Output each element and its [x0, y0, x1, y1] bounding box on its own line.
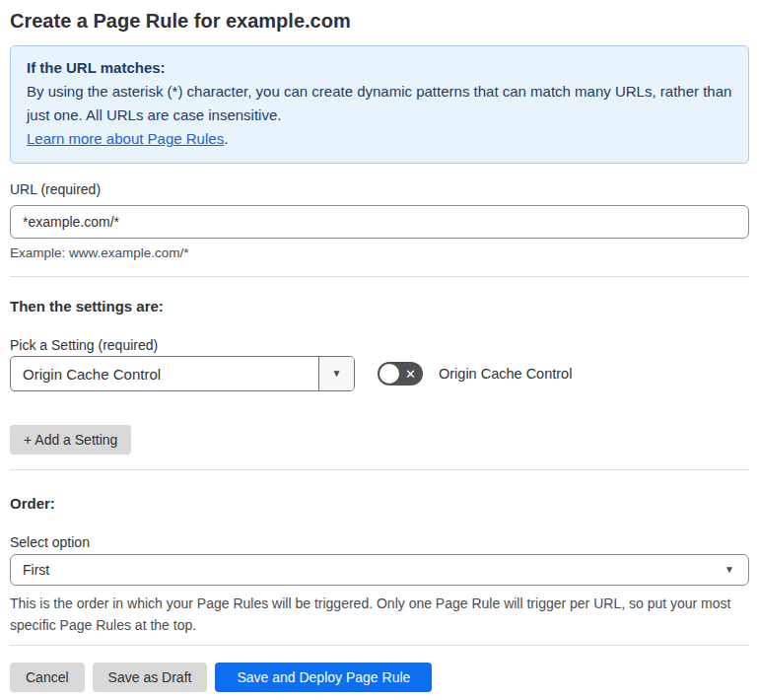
toggle-off-x-icon: ✕ — [405, 362, 416, 385]
url-match-info-box: If the URL matches: By using the asteris… — [10, 45, 749, 164]
learn-more-link-suffix: . — [224, 130, 228, 147]
chevron-down-icon: ▼ — [332, 369, 342, 379]
toggle-knob — [380, 364, 399, 384]
setting-select-arrow-button[interactable]: ▼ — [318, 357, 354, 390]
setting-select[interactable]: Origin Cache Control ▼ — [10, 356, 355, 391]
save-as-draft-button[interactable]: Save as Draft — [93, 663, 208, 692]
info-box-heading: If the URL matches: — [27, 56, 732, 80]
page-title: Create a Page Rule for example.com — [10, 9, 749, 33]
add-setting-button[interactable]: + Add a Setting — [10, 425, 131, 455]
toggle-setting-label: Origin Cache Control — [439, 366, 572, 382]
order-select-value: First — [23, 562, 724, 578]
section-divider — [10, 645, 749, 646]
section-divider — [10, 469, 749, 470]
section-divider — [10, 276, 749, 277]
info-box-body: By using the asterisk (*) character, you… — [27, 80, 732, 151]
url-input[interactable] — [10, 205, 749, 239]
order-select[interactable]: First ▼ — [10, 554, 749, 586]
order-select-label: Select option — [10, 533, 749, 551]
pick-setting-label: Pick a Setting (required) — [10, 336, 749, 354]
url-field-label: URL (required) — [10, 180, 749, 198]
url-example-text: Example: www.example.com/* — [10, 245, 749, 261]
order-help-text: This is the order in which your Page Rul… — [10, 593, 749, 636]
create-page-rule-form: Create a Page Rule for example.com If th… — [0, 9, 759, 692]
footer-actions: Cancel Save as Draft Save and Deploy Pag… — [10, 663, 749, 692]
learn-more-link[interactable]: Learn more about Page Rules — [27, 130, 224, 147]
cancel-button[interactable]: Cancel — [10, 663, 85, 692]
chevron-down-icon: ▼ — [724, 565, 734, 575]
setting-row: Origin Cache Control ▼ ✕ Origin Cache Co… — [10, 356, 749, 391]
setting-select-value: Origin Cache Control — [11, 357, 318, 390]
info-box-body-text: By using the asterisk (*) character, you… — [27, 83, 731, 123]
order-section-heading: Order: — [10, 494, 749, 513]
origin-cache-control-toggle[interactable]: ✕ — [378, 362, 423, 385]
save-and-deploy-button[interactable]: Save and Deploy Page Rule — [215, 663, 432, 692]
settings-section-heading: Then the settings are: — [10, 297, 749, 315]
